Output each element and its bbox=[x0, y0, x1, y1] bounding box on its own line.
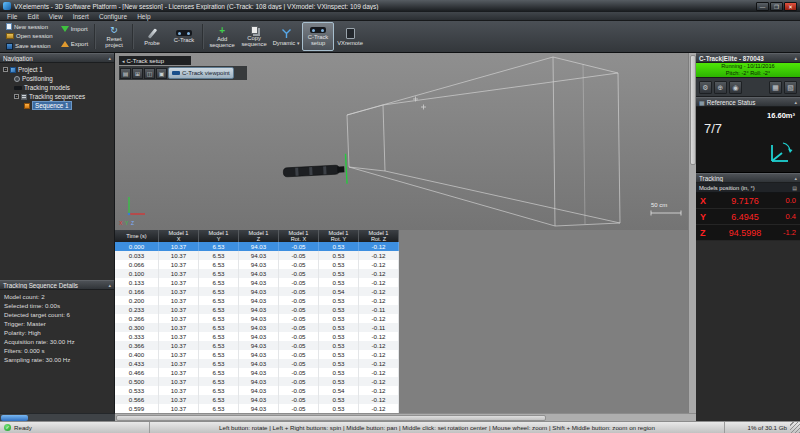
close-button[interactable]: ✕ bbox=[784, 2, 797, 11]
expander-icon[interactable]: - bbox=[14, 94, 19, 99]
view-split-icon[interactable]: ◫ bbox=[144, 68, 155, 79]
view-mode-icon[interactable]: ▤ bbox=[120, 68, 131, 79]
table-row[interactable]: 0.40010.376.5394.03-0.050.53-0.12 bbox=[115, 350, 399, 359]
vertical-scrollbar[interactable] bbox=[688, 53, 696, 413]
tracker-status-banner: Running - 10/11/2016 Pitch: -2° Roll: -2… bbox=[696, 63, 800, 78]
column-header-time-s-[interactable]: Time (s) bbox=[115, 230, 159, 242]
table-row[interactable]: 0.33310.376.5394.03-0.050.53-0.12 bbox=[115, 332, 399, 341]
open-session-button[interactable]: Open session bbox=[4, 32, 55, 41]
tree-node-tracking-models[interactable]: Tracking models bbox=[0, 83, 114, 92]
probe-button[interactable]: Probe bbox=[136, 22, 168, 51]
table-row[interactable]: 0.59910.376.5394.03-0.050.53-0.12 bbox=[115, 404, 399, 413]
table-row[interactable]: 0.13310.376.5394.03-0.050.53-0.12 bbox=[115, 278, 399, 287]
menu-view[interactable]: View bbox=[44, 12, 68, 21]
tree-node-sequence-1[interactable]: Sequence 1 bbox=[0, 101, 114, 110]
column-header-rot-y[interactable]: Model 1Rot. Y bbox=[319, 230, 359, 242]
grid-icon[interactable]: ▦ bbox=[769, 81, 782, 94]
table-row[interactable]: 0.26610.376.5394.03-0.050.53-0.12 bbox=[115, 314, 399, 323]
table-row[interactable]: 0.36610.376.5394.03-0.050.53-0.12 bbox=[115, 341, 399, 350]
table-row[interactable]: 0.23310.376.5394.03-0.050.53-0.11 bbox=[115, 305, 399, 314]
table-row[interactable]: 0.43310.376.5394.03-0.050.53-0.12 bbox=[115, 359, 399, 368]
menu-insert[interactable]: Insert bbox=[68, 12, 94, 21]
collapse-icon[interactable]: ▴ bbox=[108, 55, 111, 61]
menu-help[interactable]: Help bbox=[132, 12, 155, 21]
dynamic-button[interactable]: Dynamic ▾ bbox=[270, 22, 302, 51]
column-header-rot-x[interactable]: Model 1Rot. X bbox=[279, 230, 319, 242]
table-row[interactable]: 0.53310.376.5394.03-0.050.54-0.12 bbox=[115, 386, 399, 395]
table-cell: 0.466 bbox=[115, 368, 159, 377]
reference-count: 7/7 bbox=[704, 121, 722, 136]
tree-node-project[interactable]: - Project 1 bbox=[0, 65, 114, 74]
table-row[interactable]: 0.10010.376.5394.03-0.050.53-0.12 bbox=[115, 269, 399, 278]
tree-node-positioning[interactable]: Positioning bbox=[0, 74, 114, 83]
column-header-x[interactable]: Model 1X bbox=[159, 230, 199, 242]
save-session-button[interactable]: Save session bbox=[4, 42, 55, 51]
expander-icon[interactable]: - bbox=[3, 67, 8, 72]
collapse-icon[interactable]: ▴ bbox=[108, 282, 111, 288]
table-cell: 94.03 bbox=[239, 242, 279, 251]
collapse-icon[interactable]: ▴ bbox=[794, 175, 797, 181]
overlay-header[interactable]: ◂ C-Track setup bbox=[119, 56, 191, 65]
scroll-corner bbox=[696, 413, 800, 421]
sequence-details-header[interactable]: Tracking Sequence Details ▴ bbox=[0, 280, 114, 290]
resize-grip[interactable] bbox=[790, 422, 800, 433]
view-frame-icon[interactable]: ▣ bbox=[156, 68, 167, 79]
volume-icon[interactable]: ▧ bbox=[784, 81, 797, 94]
overlay-title: C-Track setup bbox=[127, 58, 164, 64]
table-row[interactable]: 0.03310.376.5394.03-0.050.53-0.12 bbox=[115, 251, 399, 260]
table-row[interactable]: 0.06610.376.5394.03-0.050.53-0.12 bbox=[115, 260, 399, 269]
ctrack-panel-header[interactable]: C-Track|Elite - 870043 ▴ bbox=[696, 53, 800, 63]
column-header-z[interactable]: Model 1Z bbox=[239, 230, 279, 242]
ctrack-setup-button[interactable]: C-Track setup bbox=[302, 22, 334, 51]
vxremote-button[interactable]: VXremote bbox=[334, 22, 366, 51]
center-hscrollbar[interactable] bbox=[115, 413, 696, 421]
column-header-rot-z[interactable]: Model 1Rot. Z bbox=[359, 230, 399, 242]
reset-project-button[interactable]: ↻ Reset project bbox=[98, 22, 130, 51]
viewport-3d[interactable]: X Y Z 50 cm ◂ C-Track setup ▤ ⊞ ◫ bbox=[115, 53, 688, 230]
table-row[interactable]: 0.30010.376.5394.03-0.050.53-0.11 bbox=[115, 323, 399, 332]
import-button[interactable]: Import bbox=[59, 25, 90, 34]
copy-sequence-button[interactable]: Copy sequence bbox=[238, 22, 270, 51]
table-cell: -0.05 bbox=[279, 332, 319, 341]
models-position-title: Models position (in, °) bbox=[699, 185, 755, 191]
collapse-icon[interactable]: ▴ bbox=[794, 99, 797, 105]
collapse-icon[interactable]: ▴ bbox=[794, 55, 797, 61]
tracking-header[interactable]: Tracking ▴ bbox=[696, 173, 800, 183]
table-cell: -0.05 bbox=[279, 296, 319, 305]
minimize-button[interactable]: — bbox=[756, 2, 769, 11]
table-cell: -0.05 bbox=[279, 395, 319, 404]
menu-configure[interactable]: Configure bbox=[94, 12, 132, 21]
navigation-panel-header[interactable]: Navigation ▴ bbox=[0, 53, 114, 63]
tracker-pitch-roll: Pitch: -2° Roll: -2° bbox=[696, 70, 800, 77]
ctrack-viewpoint-button[interactable]: C-Track viewpoint bbox=[168, 67, 234, 79]
view-grid-icon[interactable]: ⊞ bbox=[132, 68, 143, 79]
settings-icon[interactable]: ⚙ bbox=[699, 81, 712, 94]
reference-grid-icon: ▦ bbox=[699, 99, 705, 106]
reference-volume: 16.60m³ bbox=[767, 111, 795, 120]
add-sequence-button[interactable]: + Add sequence bbox=[206, 22, 238, 51]
ctrack-setup-overlay: ◂ C-Track setup ▤ ⊞ ◫ ▣ C-Track viewpoin… bbox=[119, 56, 247, 80]
list-icon[interactable]: ▤ bbox=[792, 185, 797, 191]
table-row[interactable]: 0.50010.376.5394.03-0.050.53-0.12 bbox=[115, 377, 399, 386]
ctrack-button[interactable]: C-Track bbox=[168, 22, 200, 51]
status-bar: ✓ Ready Left button: rotate | Left + Rig… bbox=[0, 421, 800, 433]
table-row[interactable]: 0.00010.376.5394.03-0.050.53-0.12 bbox=[115, 242, 399, 251]
table-cell: 6.53 bbox=[199, 242, 239, 251]
targets-icon[interactable]: ⊕ bbox=[714, 81, 727, 94]
tree-node-tracking-sequences[interactable]: - Tracking sequences bbox=[0, 92, 114, 101]
table-row[interactable]: 0.46610.376.5394.03-0.050.53-0.12 bbox=[115, 368, 399, 377]
left-panel-hscrollbar[interactable] bbox=[0, 413, 115, 421]
export-button[interactable]: Export bbox=[59, 39, 90, 48]
reference-status-header[interactable]: ▦ Reference Status ▴ bbox=[696, 97, 800, 107]
table-cell: 6.53 bbox=[199, 269, 239, 278]
table-cell: 10.37 bbox=[159, 314, 199, 323]
table-row[interactable]: 0.20010.376.5394.03-0.050.53-0.12 bbox=[115, 296, 399, 305]
camera-view-icon[interactable]: ◉ bbox=[729, 81, 742, 94]
menu-file[interactable]: File bbox=[2, 12, 22, 21]
table-row[interactable]: 0.16610.376.5394.03-0.050.54-0.12 bbox=[115, 287, 399, 296]
menu-edit[interactable]: Edit bbox=[22, 12, 43, 21]
maximize-button[interactable]: ❐ bbox=[770, 2, 783, 11]
new-session-button[interactable]: New session bbox=[4, 22, 55, 31]
column-header-y[interactable]: Model 1Y bbox=[199, 230, 239, 242]
table-row[interactable]: 0.56610.376.5394.03-0.050.53-0.12 bbox=[115, 395, 399, 404]
